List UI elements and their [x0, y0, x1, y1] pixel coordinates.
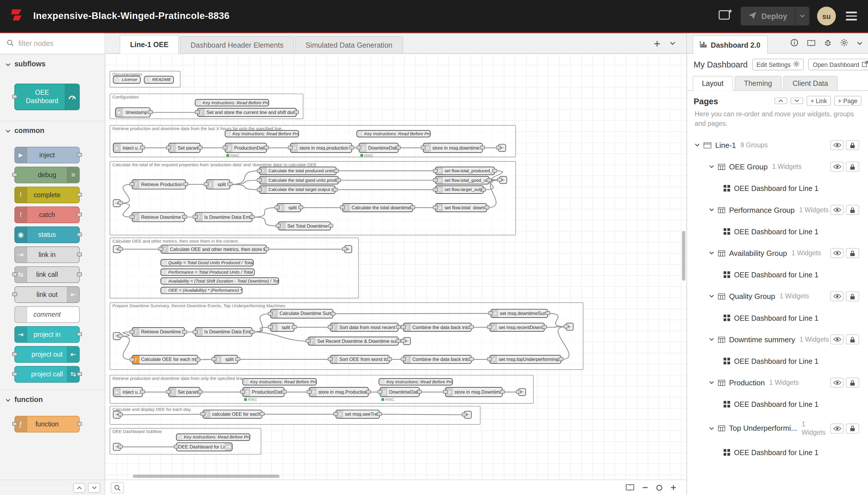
tab-client-data[interactable]: Client Data [783, 76, 837, 90]
palette-node-status[interactable]: ◉status [14, 226, 80, 243]
comment-node[interactable]: Performance = Total Produced Units / Tot… [160, 269, 255, 276]
comment-node[interactable]: Availability = (Total Shift Duration - T… [160, 277, 279, 285]
tree-widget-row[interactable]: OEE Dashboard for Line 1 [687, 264, 868, 286]
palette-node-project-call[interactable]: ⇆project call [14, 366, 80, 383]
flow-node[interactable]: ⇄set flow.target_output [435, 186, 484, 194]
flow-node[interactable]: ƒCombine the data back into an array. [403, 323, 472, 331]
comment-node[interactable]: Key Instructions: Read Before Proceeding [379, 378, 453, 385]
comment-node[interactable]: Quality = Total Good Units Produced / To… [160, 259, 254, 267]
flow-node[interactable]: ▤DowntimeDataRWC [380, 387, 420, 397]
tree-widget-row[interactable]: OEE Dashboard for Line 1 [687, 350, 868, 372]
chevron-down-icon[interactable] [709, 252, 714, 255]
palette-node-catch[interactable]: !catch [14, 206, 80, 223]
link-node[interactable]: ⇤ [500, 176, 507, 184]
flow-node[interactable]: ⇄set msg.downtimeSummary [490, 309, 548, 318]
chevron-down-icon[interactable] [709, 427, 714, 430]
collapse-all-button[interactable] [775, 97, 787, 104]
comment-node[interactable]: Key Instructions: Read Before Proceeding [225, 130, 299, 137]
flow-node[interactable]: ƒSet params [168, 143, 201, 153]
collapse-categories-button[interactable] [73, 483, 85, 493]
link-node[interactable]: ⇥ [113, 245, 121, 253]
lock-toggle-button[interactable] [846, 205, 859, 215]
lock-toggle-button[interactable] [846, 424, 859, 433]
flow-node[interactable]: ►inject u.. [113, 143, 143, 153]
flow-node[interactable]: ƒSet params [168, 387, 201, 397]
tree-group-row[interactable]: Downtime summery1 Widgets [687, 329, 868, 350]
palette-category-subflows[interactable]: subflows [0, 54, 104, 73]
flow-node[interactable]: ƒRetrieve Downtime Data [132, 212, 185, 222]
chevron-down-icon[interactable] [709, 208, 714, 212]
link-node[interactable]: ⇤ [498, 144, 506, 152]
horizontal-scrollbar[interactable] [133, 475, 280, 478]
flow-node[interactable]: ƒIs Downtime Data Empty? [195, 327, 253, 337]
flow-node[interactable]: ⇄set flow.total_produced_units [435, 167, 495, 175]
sidebar-tab-help-icon[interactable] [807, 38, 815, 49]
visibility-toggle-button[interactable] [830, 140, 844, 150]
tree-group-row[interactable]: Production1 Widgets [687, 372, 868, 394]
link-node[interactable]: ⇤ [403, 337, 411, 345]
tree-group-row[interactable]: Top Underperformi...1 Widgets [687, 415, 868, 442]
palette-node-link-out[interactable]: ⇤link out [14, 286, 80, 303]
open-dashboard-button[interactable]: Open Dashboard [808, 58, 868, 70]
zoom-out-button[interactable] [642, 484, 648, 490]
tab-layout[interactable]: Layout [693, 76, 733, 91]
lock-toggle-button[interactable] [846, 291, 859, 302]
palette-node-project-out[interactable]: ⇤project out [14, 346, 80, 363]
flow-node[interactable]: ▤ProductionDataRWC [243, 387, 285, 397]
sidebar-tab-list-button[interactable] [857, 33, 862, 54]
flow-node[interactable]: ⇄set msg.topUnderperformingMachines [489, 355, 561, 364]
edit-settings-button[interactable]: Edit Settings [752, 58, 804, 70]
link-node[interactable]: ⇥ [113, 199, 121, 207]
flow-node[interactable]: ∥split [270, 323, 295, 331]
tree-widget-row[interactable]: OEE Dashboard for Line 1 [687, 394, 868, 415]
tree-widget-row[interactable]: OEE Dashboard for Line 1 [687, 307, 868, 329]
comment-node[interactable]: Key Instructions: Read Before Proceeding [243, 378, 317, 385]
sidebar-tab-info-icon[interactable] [791, 38, 798, 49]
link-node[interactable]: ⇤ [518, 388, 526, 396]
chevron-down-icon[interactable] [709, 295, 714, 298]
flow-node[interactable]: ƒIs Downtime Data Empty? [195, 212, 253, 222]
flow-node[interactable]: ⇄set flow.total_downtime [435, 203, 487, 212]
comment-node[interactable]: License [113, 76, 140, 84]
zoom-reset-button[interactable] [656, 484, 662, 491]
palette-node-link-call[interactable]: ⇆link call [14, 267, 80, 283]
link-node[interactable]: ⇥ [113, 443, 121, 451]
link-node[interactable]: ⇥ [113, 411, 121, 419]
tree-group-row[interactable]: Availability Group1 Widgets [687, 242, 868, 264]
tab-theming[interactable]: Theming [734, 76, 781, 90]
flow-node[interactable]: ∥split [213, 355, 238, 364]
tree-widget-row[interactable]: OEE Dashboard for Line 1 [687, 221, 868, 242]
flow-node[interactable]: ƒCalculate the total downtime duration [342, 203, 413, 212]
zoom-in-button[interactable] [670, 484, 676, 490]
flow-node[interactable]: ƒCalculate OEE for each machine [132, 355, 198, 364]
flow-canvas[interactable]: DocumentationConfigurationRetrieve produ… [105, 54, 686, 479]
palette-node-project-in[interactable]: ⇥project in [14, 326, 80, 343]
flow-node[interactable]: ⇄store in msg.DowntimeData [445, 387, 503, 397]
visibility-toggle-button[interactable] [830, 162, 844, 172]
tree-group-row[interactable]: OEE Group1 Widgets [687, 156, 868, 177]
expand-all-button[interactable] [791, 97, 803, 104]
link-node[interactable]: ⇤ [464, 411, 472, 419]
lock-toggle-button[interactable] [846, 162, 859, 172]
flow-node[interactable]: ƒCalculate the total good units produced… [259, 176, 339, 184]
visibility-toggle-button[interactable] [830, 424, 844, 433]
flow-node[interactable]: ▤ProductionDataRWC [225, 143, 267, 153]
visibility-toggle-button[interactable] [830, 205, 844, 215]
visibility-toggle-button[interactable] [830, 378, 844, 388]
flow-node[interactable]: ⇄store in msg.ProductionData [309, 387, 368, 397]
flow-tab-dashboard-header-elements[interactable]: Dashboard Header Elements [180, 36, 294, 53]
flow-node[interactable]: ⇄set msg.oeeTrend [335, 410, 380, 419]
palette-node-link-in[interactable]: ⇥link in [14, 246, 80, 263]
tree-widget-row[interactable]: OEE Dashboard for Line 1 [687, 442, 868, 463]
palette-node-function[interactable]: ƒfunction [14, 416, 80, 432]
tree-group-row[interactable]: Quality Group1 Widgets [687, 286, 868, 307]
assistant-icon[interactable] [719, 8, 733, 24]
flow-node[interactable]: ⇄set msg.recentDowntime [489, 323, 545, 331]
lock-toggle-button[interactable] [846, 378, 859, 388]
flow-node[interactable]: ►timestamp [115, 107, 151, 117]
flow-node[interactable]: ⇄store in msg.production_data [290, 143, 352, 153]
flow-node[interactable]: ƒCalculate the total produced units toda… [259, 167, 337, 175]
palette-node-inject[interactable]: ►inject [14, 147, 80, 164]
chevron-down-icon[interactable] [709, 165, 714, 169]
navigator-icon[interactable] [625, 484, 635, 491]
